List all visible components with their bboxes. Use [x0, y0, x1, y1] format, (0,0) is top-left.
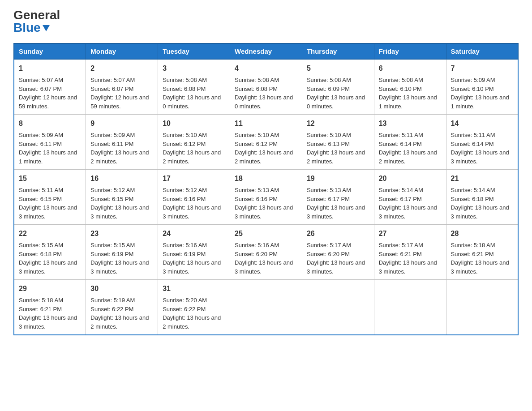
calendar-cell: [302, 280, 374, 335]
day-number: 29: [19, 283, 81, 294]
calendar-week-row: 22Sunrise: 5:15 AMSunset: 6:18 PMDayligh…: [14, 225, 518, 280]
calendar-cell: 10Sunrise: 5:10 AMSunset: 6:12 PMDayligh…: [158, 115, 230, 170]
calendar-cell: 13Sunrise: 5:11 AMSunset: 6:14 PMDayligh…: [374, 115, 446, 170]
day-number: 1: [19, 63, 81, 74]
calendar-cell: [374, 280, 446, 335]
day-number: 6: [379, 63, 442, 74]
day-number: 23: [90, 228, 153, 239]
day-number: 7: [451, 63, 513, 74]
calendar-week-row: 15Sunrise: 5:11 AMSunset: 6:15 PMDayligh…: [14, 170, 518, 225]
header-tuesday: Tuesday: [158, 43, 230, 59]
day-number: 27: [379, 228, 442, 239]
header-sunday: Sunday: [14, 43, 86, 59]
logo: General Blue: [13, 9, 60, 34]
day-number: 2: [90, 63, 153, 74]
calendar-cell: 21Sunrise: 5:14 AMSunset: 6:18 PMDayligh…: [446, 170, 518, 225]
calendar-cell: 16Sunrise: 5:12 AMSunset: 6:15 PMDayligh…: [86, 170, 158, 225]
calendar-header-row: SundayMondayTuesdayWednesdayThursdayFrid…: [14, 43, 518, 59]
calendar-week-row: 1Sunrise: 5:07 AMSunset: 6:07 PMDaylight…: [14, 59, 518, 115]
calendar-cell: 3Sunrise: 5:08 AMSunset: 6:08 PMDaylight…: [158, 59, 230, 115]
calendar-week-row: 8Sunrise: 5:09 AMSunset: 6:11 PMDaylight…: [14, 115, 518, 170]
header-thursday: Thursday: [302, 43, 374, 59]
calendar-cell: 1Sunrise: 5:07 AMSunset: 6:07 PMDaylight…: [14, 59, 86, 115]
day-number: 5: [307, 63, 369, 74]
calendar-cell: 17Sunrise: 5:12 AMSunset: 6:16 PMDayligh…: [158, 170, 230, 225]
day-number: 26: [307, 228, 369, 239]
calendar-cell: 12Sunrise: 5:10 AMSunset: 6:13 PMDayligh…: [302, 115, 374, 170]
day-number: 8: [19, 118, 81, 129]
day-number: 18: [235, 173, 297, 184]
calendar-cell: 29Sunrise: 5:18 AMSunset: 6:21 PMDayligh…: [14, 280, 86, 335]
calendar-cell: 5Sunrise: 5:08 AMSunset: 6:09 PMDaylight…: [302, 59, 374, 115]
logo-general-text: General: [13, 9, 60, 21]
day-number: 14: [451, 118, 513, 129]
calendar-cell: 4Sunrise: 5:08 AMSunset: 6:08 PMDaylight…: [230, 59, 302, 115]
day-number: 3: [163, 63, 225, 74]
calendar-cell: 20Sunrise: 5:14 AMSunset: 6:17 PMDayligh…: [374, 170, 446, 225]
header-saturday: Saturday: [446, 43, 518, 59]
day-number: 12: [307, 118, 369, 129]
header-monday: Monday: [86, 43, 158, 59]
day-number: 9: [90, 118, 153, 129]
calendar-cell: 7Sunrise: 5:09 AMSunset: 6:10 PMDaylight…: [446, 59, 518, 115]
calendar-table: SundayMondayTuesdayWednesdayThursdayFrid…: [13, 43, 519, 335]
day-number: 16: [90, 173, 153, 184]
day-number: 25: [235, 228, 297, 239]
calendar-cell: 6Sunrise: 5:08 AMSunset: 6:10 PMDaylight…: [374, 59, 446, 115]
calendar-cell: 15Sunrise: 5:11 AMSunset: 6:15 PMDayligh…: [14, 170, 86, 225]
logo-triangle-icon: [42, 23, 51, 32]
logo-blue-text: Blue: [13, 21, 41, 34]
calendar-cell: 26Sunrise: 5:17 AMSunset: 6:20 PMDayligh…: [302, 225, 374, 280]
day-number: 17: [163, 173, 225, 184]
day-number: 20: [379, 173, 442, 184]
page-header: General Blue: [13, 9, 519, 34]
calendar-cell: 25Sunrise: 5:16 AMSunset: 6:20 PMDayligh…: [230, 225, 302, 280]
calendar-cell: 11Sunrise: 5:10 AMSunset: 6:12 PMDayligh…: [230, 115, 302, 170]
day-number: 11: [235, 118, 297, 129]
header-friday: Friday: [374, 43, 446, 59]
calendar-cell: [446, 280, 518, 335]
day-number: 4: [235, 63, 297, 74]
day-number: 28: [451, 228, 513, 239]
calendar-cell: 31Sunrise: 5:20 AMSunset: 6:22 PMDayligh…: [158, 280, 230, 335]
calendar-cell: 2Sunrise: 5:07 AMSunset: 6:07 PMDaylight…: [86, 59, 158, 115]
day-number: 13: [379, 118, 442, 129]
svg-marker-0: [43, 25, 50, 31]
day-number: 15: [19, 173, 81, 184]
header-wednesday: Wednesday: [230, 43, 302, 59]
day-number: 24: [163, 228, 225, 239]
day-number: 10: [163, 118, 225, 129]
calendar-cell: 8Sunrise: 5:09 AMSunset: 6:11 PMDaylight…: [14, 115, 86, 170]
calendar-cell: [230, 280, 302, 335]
calendar-cell: 22Sunrise: 5:15 AMSunset: 6:18 PMDayligh…: [14, 225, 86, 280]
calendar-cell: 24Sunrise: 5:16 AMSunset: 6:19 PMDayligh…: [158, 225, 230, 280]
calendar-cell: 19Sunrise: 5:13 AMSunset: 6:17 PMDayligh…: [302, 170, 374, 225]
day-number: 21: [451, 173, 513, 184]
calendar-cell: 30Sunrise: 5:19 AMSunset: 6:22 PMDayligh…: [86, 280, 158, 335]
day-number: 30: [90, 283, 153, 294]
day-number: 22: [19, 228, 81, 239]
calendar-cell: 28Sunrise: 5:18 AMSunset: 6:21 PMDayligh…: [446, 225, 518, 280]
calendar-cell: 27Sunrise: 5:17 AMSunset: 6:21 PMDayligh…: [374, 225, 446, 280]
calendar-cell: 23Sunrise: 5:15 AMSunset: 6:19 PMDayligh…: [86, 225, 158, 280]
calendar-week-row: 29Sunrise: 5:18 AMSunset: 6:21 PMDayligh…: [14, 280, 518, 335]
calendar-cell: 14Sunrise: 5:11 AMSunset: 6:14 PMDayligh…: [446, 115, 518, 170]
day-number: 19: [307, 173, 369, 184]
day-number: 31: [163, 283, 225, 294]
calendar-cell: 18Sunrise: 5:13 AMSunset: 6:16 PMDayligh…: [230, 170, 302, 225]
calendar-cell: 9Sunrise: 5:09 AMSunset: 6:11 PMDaylight…: [86, 115, 158, 170]
